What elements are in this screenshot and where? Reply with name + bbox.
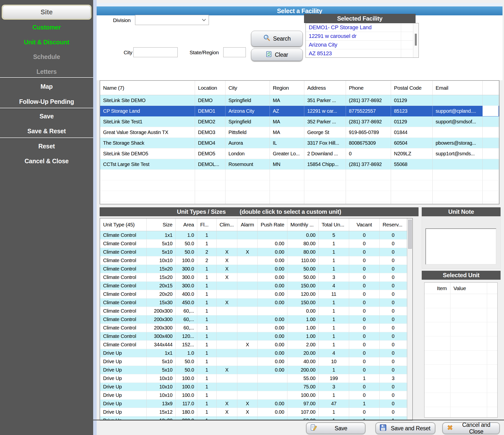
unit-row[interactable]: Climate Control5x1050.02XX0.0080.00100: [100, 248, 412, 256]
unit-cell: [237, 332, 258, 341]
unit-cell: X: [217, 366, 237, 374]
facility-row[interactable]: The Storage ShackDEMO4AuroraIL3317 Fox H…: [100, 138, 499, 148]
facility-row[interactable]: SiteLink Site DEMODEMOSpringfieldMA351 P…: [100, 95, 499, 106]
unit-row[interactable]: Drive Up13x9117.01XX0.0097.004710: [100, 400, 412, 408]
facility-row[interactable]: SiteLink Site DEMO5DEMO5LondonGreater Lo…: [100, 148, 499, 159]
sidebar-item-cancel-close[interactable]: Cancel & Close: [0, 157, 93, 165]
unit-row[interactable]: Drive Up10x10100.0155.0019913: [100, 374, 412, 383]
sidebar-item-follow-up-pending[interactable]: Follow-Up Pending: [0, 97, 93, 106]
unit-row[interactable]: Drive Up1x11.010.0020.00400: [100, 349, 412, 357]
unit-row[interactable]: Drive Up10x10100.0175.00300: [100, 383, 412, 391]
unit-cell: 0.00: [258, 332, 287, 341]
unit-cell: Drive Up: [100, 408, 147, 416]
sidebar-item-site[interactable]: Site: [2, 5, 91, 19]
unit-table-scrollbar[interactable]: [407, 218, 412, 420]
unit-cell: X: [217, 273, 237, 282]
state-region-input[interactable]: [223, 47, 246, 57]
unit-note-textarea[interactable]: [425, 228, 496, 265]
scrollbar-thumb[interactable]: [408, 220, 412, 249]
unit-row[interactable]: Drive Up10x10100.01100.00100: [100, 391, 412, 400]
sidebar-item-customer[interactable]: Customer: [0, 23, 93, 32]
unit-row[interactable]: Climate Control200x30060,...10.001.00100: [100, 324, 412, 332]
unit-cell: 0.00: [258, 324, 287, 332]
unit-cell: 1: [197, 231, 217, 240]
sidebar-item-save[interactable]: Save: [0, 112, 93, 121]
unit-row[interactable]: Climate Control15x20300.01X0.0050.00300: [100, 273, 412, 282]
facility-cell: 85123: [391, 106, 433, 116]
unit-note-panel: [422, 216, 501, 269]
scrollbar-thumb[interactable]: [415, 34, 417, 46]
unit-cell: [237, 282, 258, 290]
unit-cell: [217, 357, 237, 366]
unit-cell: 0: [380, 273, 407, 282]
unit-cell: 50.0: [176, 240, 197, 248]
unit-cell: 300.0: [176, 273, 197, 282]
facility-cell: MA: [270, 127, 304, 138]
unit-cell: 3: [380, 374, 407, 383]
unit-row[interactable]: Climate Control344x444152...1X0.002.0010…: [100, 341, 412, 349]
unit-types-header: Unit Types / Sizes (double click to sele…: [100, 207, 419, 216]
unit-cell: 0.00: [258, 256, 287, 265]
unit-row[interactable]: Climate Control10x10100.02X0.00110.00100: [100, 256, 412, 265]
unit-cell: 13x9: [147, 400, 176, 408]
search-button[interactable]: Search: [251, 31, 303, 47]
selected-facility-scrollbar[interactable]: [413, 23, 419, 57]
city-input[interactable]: [133, 47, 178, 57]
sidebar-item-reset[interactable]: Reset: [0, 142, 93, 151]
facility-cell: [483, 106, 499, 116]
unit-row[interactable]: Climate Control1x11.010.00500: [100, 231, 412, 240]
unit-cell: 1: [197, 240, 217, 248]
selected-unit-extra-cell: [487, 379, 497, 393]
cancel-and-close-button[interactable]: Cancel and Close: [443, 423, 500, 434]
unit-row[interactable]: Climate Control15x30450.01X0.00150.00100: [100, 299, 412, 307]
unit-row[interactable]: Climate Control200x30060,...10.001.00100: [100, 315, 412, 324]
selected-unit-empty-row: [424, 393, 497, 407]
unit-cell: X: [217, 256, 237, 265]
save-button[interactable]: Save: [306, 423, 365, 434]
unit-row[interactable]: Drive Up5x1050.010.0040.001000: [100, 357, 412, 366]
sidebar-item-map[interactable]: Map: [0, 82, 93, 91]
unit-row[interactable]: Climate Control5x1050.010.0080.00100: [100, 240, 412, 248]
facility-grid: Name (7)LocationCityRegionAddressPhonePo…: [100, 80, 500, 204]
selected-unit-extra-cell: [487, 365, 497, 379]
unit-cell: 20x15: [147, 282, 176, 290]
unit-row[interactable]: Climate Control20x15300.010.00150.00400: [100, 282, 412, 290]
sidebar-item-save-reset[interactable]: Save & Reset: [0, 127, 93, 136]
facility-cell: 60504: [391, 138, 433, 148]
facility-column-header: Location: [195, 81, 225, 95]
selected-unit-empty-row: [424, 322, 497, 336]
sidebar-item-unit-discount[interactable]: Unit & Discount: [0, 38, 93, 47]
clear-button-label: Clear: [275, 52, 288, 58]
save-and-reset-button[interactable]: Save and Reset: [376, 423, 435, 434]
unit-cell: 5x10: [147, 240, 176, 248]
selected-unit-extra-cell: [487, 322, 497, 336]
facility-cell: [225, 202, 270, 204]
clear-button[interactable]: Clear: [251, 49, 303, 61]
selected-facility-list: DEMO1- CP Storage Land12291 w carousel d…: [306, 23, 419, 58]
unit-cell: 1: [319, 391, 349, 400]
sidebar-item-schedule[interactable]: Schedule: [0, 52, 93, 61]
facility-empty-row: [100, 191, 499, 202]
division-select[interactable]: [135, 15, 209, 25]
unit-cell: 1: [197, 282, 217, 290]
unit-cell: 1: [319, 256, 349, 265]
unit-row[interactable]: Climate Control300x400120...10.001.00100: [100, 332, 412, 341]
unit-cell: 1: [197, 332, 217, 341]
facility-row[interactable]: CP Storage LandDEMO1Arizona CityAZ12291 …: [100, 106, 499, 116]
unit-row[interactable]: Drive Up5x1050.01X0.00200.00100: [100, 366, 412, 374]
facility-row[interactable]: CCTst Large Site TestDEMOL...RosemountMN…: [100, 159, 499, 170]
unit-cell: 0: [380, 332, 407, 341]
sidebar-item-letters[interactable]: Letters: [0, 67, 93, 76]
unit-row[interactable]: Climate Control20x20400.010.00120.001100: [100, 290, 412, 299]
unit-cell: [237, 273, 258, 282]
unit-cell: 0: [349, 231, 380, 240]
unit-row[interactable]: Climate Control15x20300.01X0.0050.00100: [100, 265, 412, 273]
facility-row[interactable]: Great Value Storage Austin TXDEMO3Pittsf…: [100, 127, 499, 138]
selected-unit-extra-cell: [487, 294, 497, 308]
unit-row[interactable]: Drive Up15x12180.01XX0.00107.00100: [100, 408, 412, 416]
unit-cell: 1: [197, 299, 217, 307]
facility-row[interactable]: SiteLink Site Test1DEMO2SpringfieldMA352…: [100, 116, 499, 127]
unit-cell: 0: [349, 383, 380, 391]
unit-row[interactable]: Climate Control200x30060,...10.00100: [100, 307, 412, 315]
unit-cell: 50.0: [176, 248, 197, 256]
